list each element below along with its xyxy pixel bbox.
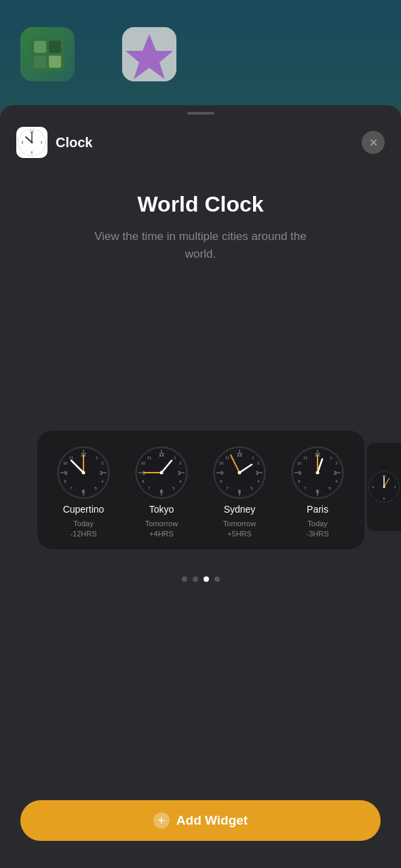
clock-item-sydney: 12 3 6 9 1 2 4 5 7 8 10 11	[204, 446, 275, 538]
svg-text:9: 9	[22, 140, 24, 144]
clock-face-sydney: 12 3 6 9 1 2 4 5 7 8 10 11	[212, 446, 267, 500]
svg-point-78	[238, 471, 242, 475]
svg-text:10: 10	[63, 461, 68, 465]
svg-text:10: 10	[141, 461, 146, 465]
widget-card: 12 3 6 9 1 2 4 5 7 8 10 11	[37, 431, 364, 549]
page-dot-3[interactable]	[204, 576, 209, 582]
city-name-cupertino: Cupertino	[63, 504, 104, 515]
svg-text:6: 6	[160, 489, 163, 494]
svg-point-99	[316, 471, 320, 475]
clock-item-paris: 12 3 6 9 1 2 4 5 7 8 10 11	[282, 446, 354, 538]
page-dot-1[interactable]	[182, 576, 187, 582]
svg-rect-1	[34, 41, 46, 53]
clock-face-paris: 12 3 6 9 1 2 4 5 7 8 10 11	[290, 446, 345, 500]
city-name-tokyo: Tokyo	[149, 504, 174, 515]
city-day-sydney: Tomorrow +5HRS	[223, 519, 256, 538]
svg-point-36	[82, 471, 85, 475]
partial-widget-right: 12 3 6 9	[367, 443, 401, 531]
svg-text:6: 6	[82, 489, 85, 494]
svg-rect-3	[34, 56, 46, 68]
svg-text:11: 11	[147, 456, 152, 460]
city-name-sydney: Sydney	[224, 504, 256, 515]
svg-rect-4	[49, 56, 61, 68]
svg-text:11: 11	[225, 456, 230, 460]
svg-text:9: 9	[299, 471, 301, 475]
app-header: 12 3 6 9 Clock ✕	[0, 115, 401, 165]
close-button[interactable]: ✕	[362, 131, 385, 154]
close-icon: ✕	[369, 136, 378, 149]
svg-text:10: 10	[297, 461, 302, 465]
widget-preview-area: 12 3 6 9 1 2 4 5 7 8 10 11	[0, 431, 401, 549]
clock-face-cupertino: 12 3 6 9 1 2 4 5 7 8 10 11	[56, 446, 111, 500]
svg-point-15	[31, 142, 33, 144]
svg-text:10: 10	[219, 461, 224, 465]
clock-face-tokyo: 12 3 6 9 1 2 4 5 7 8 10 11	[134, 446, 189, 500]
add-widget-label: Add Widget	[176, 813, 248, 828]
page-dot-4[interactable]	[214, 576, 220, 582]
svg-text:3: 3	[256, 471, 259, 475]
background-apps	[0, 27, 401, 81]
city-day-tokyo: Tomorrow +4HRS	[145, 519, 178, 538]
page-dots	[182, 576, 220, 582]
city-day-cupertino: Today -12HRS	[70, 519, 96, 538]
svg-point-107	[383, 486, 385, 488]
city-day-paris: Today -3HRS	[306, 519, 328, 538]
clock-item-cupertino: 12 3 6 9 1 2 4 5 7 8 10 11	[48, 446, 119, 538]
app-name: Clock	[56, 135, 92, 151]
svg-text:3: 3	[334, 471, 337, 475]
svg-text:3: 3	[41, 140, 43, 144]
svg-text:11: 11	[69, 456, 74, 460]
svg-text:3: 3	[100, 471, 102, 475]
app-identity: 12 3 6 9 Clock	[16, 127, 92, 158]
bg-app-icon-2	[122, 27, 176, 81]
clock-item-tokyo: 12 3 6 9 1 2 4 5 7 8 10 11	[126, 446, 197, 538]
svg-text:9: 9	[221, 471, 223, 475]
svg-text:6: 6	[31, 151, 33, 155]
widget-description: View the time in multiple cities around …	[85, 228, 316, 262]
widget-title: World Clock	[137, 192, 263, 217]
app-icon: 12 3 6 9	[16, 127, 47, 158]
svg-text:11: 11	[303, 456, 308, 460]
svg-rect-2	[49, 41, 61, 53]
widget-info: World Clock View the time in multiple ci…	[65, 165, 337, 410]
bg-app-icon-1	[20, 27, 75, 81]
svg-text:3: 3	[178, 471, 180, 475]
svg-text:6: 6	[316, 489, 319, 494]
city-name-paris: Paris	[307, 504, 328, 515]
svg-text:6: 6	[238, 489, 241, 494]
svg-text:12: 12	[159, 452, 164, 457]
svg-text:12: 12	[237, 452, 242, 457]
add-widget-button[interactable]: + Add Widget	[20, 800, 381, 841]
page-dot-2[interactable]	[193, 576, 198, 582]
svg-text:9: 9	[64, 471, 67, 475]
svg-point-57	[160, 471, 164, 475]
plus-icon: +	[153, 812, 170, 829]
modal-sheet: 12 3 6 9 Clock ✕ World Clock View the ti…	[0, 105, 401, 868]
